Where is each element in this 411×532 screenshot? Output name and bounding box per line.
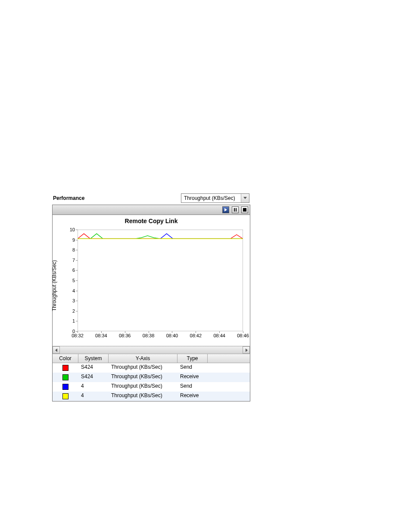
cell-system: S424 xyxy=(78,373,109,382)
panel-title: Performance xyxy=(53,195,84,201)
color-swatch xyxy=(62,365,68,371)
scroll-right-icon[interactable] xyxy=(243,346,250,354)
svg-rect-2 xyxy=(243,208,246,212)
cell-system: 4 xyxy=(78,392,109,401)
color-swatch xyxy=(62,393,68,399)
pause-button[interactable] xyxy=(232,206,239,213)
topbar: Performance Throughput (KBs/Sec) xyxy=(52,193,250,205)
legend-table-header: Color System Y-Axis Type xyxy=(53,354,250,363)
column-header-spacer xyxy=(208,354,250,363)
cell-system: 4 xyxy=(78,382,109,392)
play-button[interactable] xyxy=(222,206,229,213)
y-axis-label: Throughput (KBs/Sec) xyxy=(51,260,57,311)
cell-color xyxy=(53,392,78,401)
chart-panel: Remote Copy Link Throughput (KBs/Sec) 01… xyxy=(52,205,250,401)
cell-color xyxy=(53,382,78,392)
cell-color xyxy=(53,373,78,382)
column-header-yaxis[interactable]: Y-Axis xyxy=(109,354,177,363)
horizontal-scrollbar[interactable] xyxy=(53,346,250,354)
cell-color xyxy=(53,363,78,373)
metric-select-value: Throughput (KBs/Sec) xyxy=(181,194,241,202)
cell-yaxis: Throughput (KBs/Sec) xyxy=(109,363,177,373)
svg-rect-0 xyxy=(234,208,235,212)
svg-rect-1 xyxy=(236,208,237,212)
cell-system: S424 xyxy=(78,363,109,373)
column-header-color[interactable]: Color xyxy=(53,354,78,363)
series-line xyxy=(78,233,243,239)
scroll-track[interactable] xyxy=(60,346,243,354)
metric-select[interactable]: Throughput (KBs/Sec) xyxy=(181,193,249,203)
cell-yaxis: Throughput (KBs/Sec) xyxy=(109,373,177,382)
table-row[interactable]: S424Throughput (KBs/Sec)Receive xyxy=(53,373,250,382)
cell-type: Receive xyxy=(177,392,208,401)
plot-box: 01234567891008:3208:3408:3608:3808:4008:… xyxy=(78,230,243,331)
cell-type: Receive xyxy=(177,373,208,382)
table-row[interactable]: S424Throughput (KBs/Sec)Send xyxy=(53,363,250,373)
cell-type: Send xyxy=(177,382,208,392)
table-row[interactable]: 4Throughput (KBs/Sec)Send xyxy=(53,382,250,392)
playback-toolbar xyxy=(53,205,250,215)
chart-title: Remote Copy Link xyxy=(53,215,250,225)
table-row[interactable]: 4Throughput (KBs/Sec)Receive xyxy=(53,392,250,401)
cell-yaxis: Throughput (KBs/Sec) xyxy=(109,392,177,401)
column-header-system[interactable]: System xyxy=(78,354,109,363)
column-header-type[interactable]: Type xyxy=(177,354,208,363)
performance-panel: Performance Throughput (KBs/Sec) Remote … xyxy=(52,193,250,401)
scroll-left-icon[interactable] xyxy=(53,346,60,354)
chevron-down-icon[interactable] xyxy=(241,194,249,202)
color-swatch xyxy=(62,384,68,390)
cell-type: Send xyxy=(177,363,208,373)
cell-yaxis: Throughput (KBs/Sec) xyxy=(109,382,177,392)
stop-button[interactable] xyxy=(241,206,248,213)
chart-area: Throughput (KBs/Sec) 01234567891008:3208… xyxy=(53,225,250,346)
legend-table-body: S424Throughput (KBs/Sec)SendS424Throughp… xyxy=(53,363,250,401)
color-swatch xyxy=(62,374,68,380)
